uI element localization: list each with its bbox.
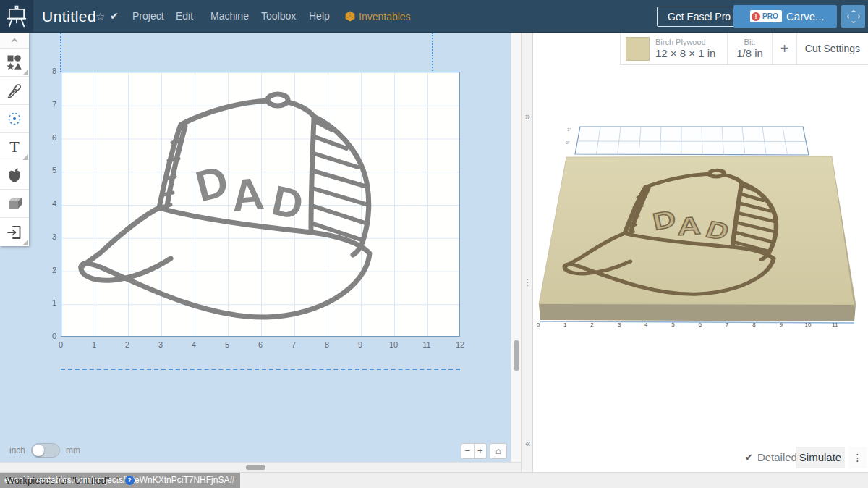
ruler-tick: 3 — [615, 321, 624, 328]
apple-icon — [6, 167, 23, 184]
vertical-scroll-thumb[interactable] — [514, 340, 519, 371]
ruler-tick: 8 — [320, 340, 333, 349]
cut-settings-button[interactable]: Cut Settings — [796, 33, 868, 64]
pro-badge: ! PRO — [750, 10, 782, 22]
carve-button-label: Carve... — [786, 5, 825, 28]
submenu-fold — [22, 154, 28, 160]
import-tool-button[interactable] — [0, 218, 29, 246]
detailed-toggle[interactable]: ✔ Detailed — [745, 451, 797, 463]
svg-text:D: D — [191, 156, 233, 211]
easel-logo[interactable] — [0, 0, 33, 33]
material-cell[interactable]: Birch Plywood 12 × 8 × 1 in — [621, 33, 727, 64]
zoom-controls: − + — [461, 443, 487, 459]
toggle-knob — [33, 445, 44, 456]
shapes-icon — [6, 54, 23, 71]
ruler-tick: 7 — [43, 100, 56, 109]
menu-project[interactable]: Project — [132, 0, 164, 33]
shapes-tool-button[interactable] — [0, 49, 29, 77]
bit-label: Bit: — [744, 38, 756, 47]
ruler-tick: 6 — [254, 340, 267, 349]
get-easel-pro-button[interactable]: Get Easel Pro — [657, 7, 741, 27]
menu-edit[interactable]: Edit — [176, 0, 193, 33]
fullscreen-button[interactable] — [841, 5, 865, 28]
hexagon-icon — [345, 11, 355, 22]
divider-drag-handle[interactable]: ⋮ — [522, 277, 534, 287]
help-icon[interactable]: ? — [125, 476, 135, 485]
collapse-panel-chevrons[interactable]: « — [522, 438, 534, 449]
material-card: Birch Plywood 12 × 8 × 1 in Bit: 1/8 in … — [620, 33, 868, 65]
detailed-label: Detailed — [757, 451, 797, 463]
menu-toolbox[interactable]: Toolbox — [261, 0, 296, 33]
ruler-tick: 2 — [588, 321, 597, 328]
chevron-up-icon — [9, 37, 20, 44]
carve-button[interactable]: ! PRO Carve... — [733, 5, 837, 28]
material-swatch — [626, 37, 650, 61]
pen-tool-button[interactable] — [0, 77, 29, 105]
ruler-tick: 2 — [43, 266, 56, 274]
preview-options-kebab-button[interactable]: ⋮ — [848, 447, 867, 468]
material-block-tool-button[interactable] — [0, 190, 29, 218]
text-tool-button[interactable]: T — [0, 133, 29, 161]
ruler-tick: 6 — [43, 133, 56, 142]
menu-machine[interactable]: Machine — [210, 0, 249, 33]
submenu-fold — [22, 70, 28, 75]
mm-label: mm — [66, 445, 80, 455]
stock-material-3d[interactable] — [539, 156, 856, 323]
icon-library-tool-button[interactable] — [0, 161, 29, 190]
machine-bed-grid: 1″ 0″ — [566, 127, 809, 155]
panel-divider[interactable]: » ⋮ « — [521, 33, 533, 472]
canvas-vertical-scrollbar[interactable] — [511, 33, 521, 462]
unit-toggle-switch[interactable] — [31, 443, 60, 458]
drill-origin-tool-button[interactable] — [0, 105, 29, 133]
canvas-horizontal-scrollbar[interactable] — [0, 462, 521, 472]
ruler-tick: 8 — [749, 321, 758, 328]
ruler-tick: 4 — [187, 340, 200, 349]
design-canvas[interactable]: D A D 012345678 0123456789101112 inch mm… — [0, 33, 521, 462]
zoom-out-button[interactable]: − — [461, 444, 474, 458]
preview-3d-scene[interactable]: 1″ 0″ — [533, 33, 868, 472]
ruler-tick: 3 — [43, 232, 56, 241]
add-bit-button[interactable]: + — [772, 33, 796, 64]
zoom-home-button[interactable]: ⌂ — [490, 443, 507, 459]
ruler-tick: 8 — [43, 67, 56, 75]
ruler-tick: 5 — [43, 166, 56, 174]
ruler-tick: 2 — [121, 340, 134, 349]
inventables-link[interactable]: Inventables — [345, 0, 411, 33]
brick-icon — [6, 195, 23, 212]
horizontal-scroll-thumb[interactable] — [246, 465, 265, 470]
ruler-tick: 0 — [534, 321, 542, 328]
ruler-tick: 6 — [696, 321, 705, 328]
toolbar-collapse-button[interactable] — [0, 33, 29, 49]
simulate-button[interactable]: Simulate — [796, 447, 845, 468]
project-title[interactable]: Untitled — [42, 0, 96, 33]
ruler-tick: 4 — [642, 321, 650, 328]
bit-cell[interactable]: Bit: 1/8 in — [727, 33, 772, 64]
menu-help[interactable]: Help — [309, 0, 330, 33]
svg-text:1″: 1″ — [567, 127, 571, 132]
ruler-tick: 1 — [43, 298, 56, 307]
ruler-tick: 11 — [420, 340, 433, 349]
ruler-tick: 0 — [54, 340, 67, 349]
easel-app-window: Untitled ☆ ✔ Project Edit Machine Toolbo… — [0, 0, 868, 488]
ruler-tick: 3 — [154, 340, 167, 349]
workpieces-bar[interactable]: Workpieces for "Untitled" ⌃ ? — [6, 473, 135, 488]
svg-text:A: A — [229, 168, 266, 221]
expand-panel-chevrons[interactable]: » — [522, 111, 534, 122]
inch-label: inch — [9, 445, 25, 455]
tool-palette: T — [0, 33, 29, 246]
material-dimensions: 12 × 8 × 1 in — [655, 47, 715, 59]
pen-nib-icon — [6, 82, 23, 99]
cap-design[interactable]: D A D — [61, 72, 460, 337]
origin-crosshair-icon — [6, 110, 23, 127]
favorite-star-icon[interactable]: ☆ — [95, 0, 105, 33]
check-icon: ✔ — [745, 452, 753, 463]
workpiece-bottom-dashed-edge — [61, 369, 460, 370]
cap-outline — [81, 94, 370, 317]
ruler-tick: 4 — [43, 199, 56, 208]
ruler-tick: 7 — [723, 321, 731, 328]
ruler-tick: 5 — [669, 321, 678, 328]
zoom-in-button[interactable]: + — [474, 444, 487, 458]
ruler-tick: 1 — [561, 321, 569, 328]
chevron-up-icon: ⌃ — [114, 473, 120, 488]
import-icon — [6, 224, 23, 241]
